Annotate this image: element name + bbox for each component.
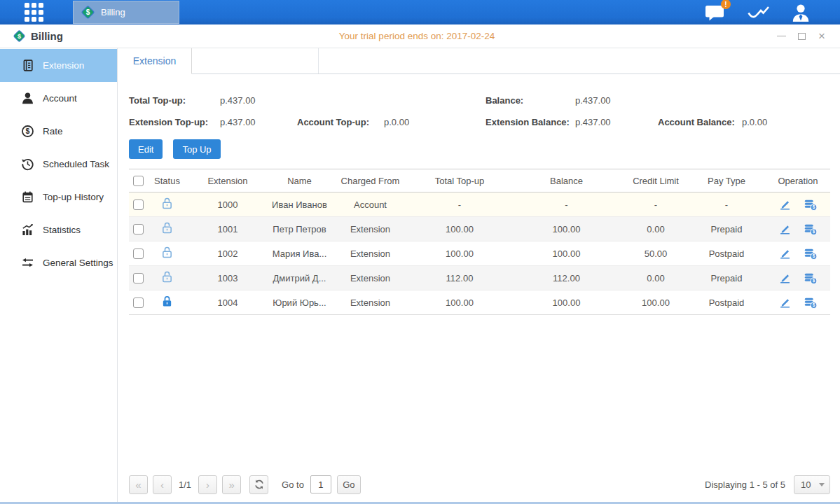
- svg-text:$: $: [18, 33, 21, 40]
- col-pay-type: Pay Type: [687, 169, 766, 192]
- col-extension: Extension: [186, 169, 269, 192]
- sidebar-label: Scheduled Task: [43, 159, 109, 169]
- extension-topup-label: Extension Top-up:: [129, 117, 220, 127]
- next-page-button[interactable]: ›: [198, 475, 217, 494]
- edit-pencil-icon[interactable]: [778, 272, 792, 285]
- top-up-coins-icon[interactable]: $: [804, 296, 818, 309]
- sidebar-item-rate[interactable]: $ Rate: [0, 115, 117, 148]
- edit-pencil-icon[interactable]: [778, 223, 792, 236]
- tab-bar-separator: [192, 48, 319, 74]
- svg-text:$: $: [813, 253, 815, 259]
- row-checkbox[interactable]: [133, 248, 144, 259]
- top-up-coins-icon[interactable]: $: [804, 223, 818, 236]
- svg-text:$: $: [813, 278, 815, 284]
- topup-history-ledger-icon: [21, 190, 34, 204]
- balance-value: p.437.00: [575, 95, 611, 106]
- sidebar-label: Top-up History: [43, 192, 104, 202]
- total-topup-cell: 112.00: [411, 266, 509, 290]
- extension-table-body: 1000 Иван Иванов Account - - - -: [129, 192, 830, 315]
- col-balance: Balance: [509, 169, 624, 192]
- extension-cell: 1003: [186, 266, 269, 290]
- billing-diamond-icon: $: [81, 5, 95, 20]
- table-row: 1002 Мария Ива... Extension 100.00 100.0…: [129, 241, 830, 266]
- last-page-button[interactable]: »: [222, 475, 241, 494]
- status-lock-icon[interactable]: [161, 246, 173, 259]
- sidebar-item-account[interactable]: Account: [0, 82, 117, 115]
- total-topup-cell: 100.00: [411, 217, 509, 241]
- extension-book-icon: [21, 59, 34, 72]
- refresh-button[interactable]: [249, 475, 268, 494]
- charged-from-cell: Extension: [330, 266, 411, 290]
- taskbar-billing-tab[interactable]: $ Billing: [73, 1, 179, 24]
- status-lock-icon[interactable]: [161, 295, 173, 308]
- messages-icon[interactable]: !: [705, 4, 726, 21]
- close-button[interactable]: ×: [816, 31, 827, 42]
- credit-limit-cell: -: [624, 192, 687, 217]
- lock-open-icon: [161, 197, 173, 210]
- sidebar-item-general-settings[interactable]: General Settings: [0, 246, 117, 279]
- sidebar-item-statistics[interactable]: Statistics: [0, 214, 117, 246]
- table-row: 1000 Иван Иванов Account - - - -: [129, 192, 830, 217]
- page-size-select[interactable]: 10: [794, 475, 830, 494]
- prev-page-button[interactable]: ‹: [153, 475, 172, 494]
- go-button[interactable]: Go: [337, 475, 361, 494]
- user-account-icon[interactable]: [791, 4, 811, 22]
- account-balance-value: p.0.00: [742, 117, 767, 127]
- main-panel: Extension Total Top-up: p.437.00 Extensi…: [118, 48, 840, 502]
- row-checkbox[interactable]: [133, 200, 144, 210]
- name-cell: Петр Петров: [269, 217, 330, 241]
- svg-text:$: $: [813, 229, 815, 234]
- statistics-chart-icon[interactable]: [747, 4, 770, 21]
- name-cell: Юрий Юрь...: [269, 290, 330, 315]
- top-up-coins-icon[interactable]: $: [804, 247, 818, 260]
- status-lock-icon[interactable]: [161, 197, 173, 210]
- credit-limit-cell: 0.00: [624, 217, 687, 241]
- name-cell: Дмитрий Д...: [269, 266, 330, 290]
- edit-pencil-icon[interactable]: [778, 296, 792, 309]
- edit-pencil-icon[interactable]: [778, 247, 792, 260]
- total-topup-cell: 100.00: [411, 241, 509, 266]
- first-page-button[interactable]: «: [129, 475, 148, 494]
- row-checkbox[interactable]: [133, 224, 144, 234]
- window-titlebar: $ Billing Your trial period ends on: 201…: [0, 24, 840, 48]
- status-lock-icon[interactable]: [161, 270, 173, 284]
- credit-limit-cell: 50.00: [624, 241, 687, 266]
- sidebar: Extension Account $ Rate: [0, 48, 118, 502]
- page-indicator: 1/1: [179, 479, 191, 490]
- select-all-checkbox[interactable]: [133, 176, 144, 186]
- maximize-button[interactable]: [796, 31, 807, 42]
- goto-page-input[interactable]: [310, 475, 331, 493]
- apps-grid-icon[interactable]: [25, 3, 43, 22]
- billing-app-window: $ Billing !: [0, 0, 840, 504]
- row-checkbox[interactable]: [133, 298, 144, 308]
- top-up-coins-icon[interactable]: $: [804, 198, 818, 211]
- sidebar-item-extension[interactable]: Extension: [0, 49, 117, 82]
- rate-dollar-icon: $: [21, 125, 34, 138]
- credit-limit-cell: 0.00: [624, 266, 687, 290]
- pay-type-cell: Prepaid: [687, 266, 766, 290]
- extension-topup-value: p.437.00: [220, 117, 297, 127]
- pay-type-cell: Postpaid: [687, 290, 766, 315]
- balance-cell: 100.00: [509, 241, 624, 266]
- status-lock-icon[interactable]: [161, 221, 173, 234]
- total-topup-cell: -: [411, 192, 509, 217]
- col-name: Name: [269, 169, 330, 192]
- taskbar: $ Billing !: [0, 0, 840, 24]
- table-header-row: Status Extension Name Charged From Total…: [129, 169, 830, 192]
- scheduled-task-clock-icon: [21, 158, 34, 171]
- edit-button[interactable]: Edit: [129, 139, 163, 159]
- balance-cell: -: [509, 192, 624, 217]
- col-operation: Operation: [766, 169, 830, 192]
- row-checkbox[interactable]: [133, 273, 144, 284]
- extension-balance-value: p.437.00: [575, 117, 658, 127]
- sidebar-item-scheduled-task[interactable]: Scheduled Task: [0, 148, 117, 181]
- charged-from-cell: Extension: [330, 217, 411, 241]
- edit-pencil-icon[interactable]: [778, 198, 792, 211]
- col-total-topup: Total Top-up: [411, 169, 509, 192]
- sidebar-item-topup-history[interactable]: Top-up History: [0, 181, 117, 214]
- displaying-info: Displaying 1 - 5 of 5: [705, 479, 785, 490]
- top-up-button[interactable]: Top Up: [173, 139, 220, 159]
- top-up-coins-icon[interactable]: $: [804, 272, 818, 285]
- tab-extension[interactable]: Extension: [118, 48, 192, 74]
- minimize-button[interactable]: [776, 31, 787, 42]
